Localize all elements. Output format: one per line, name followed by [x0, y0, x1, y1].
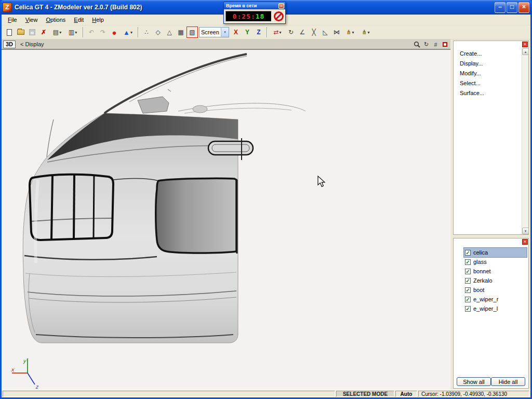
weld-tool-button[interactable]: ╳ — [308, 26, 320, 38]
active-view-icon[interactable] — [441, 41, 449, 48]
visibility-checkbox[interactable]: ✓ — [465, 287, 471, 293]
zoom-view-icon[interactable] — [413, 41, 421, 48]
viewport-header-icons: ↻ # — [413, 40, 449, 49]
menu-edit[interactable]: Edit — [70, 15, 88, 24]
status-mode[interactable]: SELECTED MODE — [336, 391, 394, 397]
viewport-3d-canvas[interactable]: y x z — [2, 50, 450, 390]
visibility-checkbox[interactable]: ✓ — [465, 250, 471, 256]
axis-y-button[interactable]: Y — [242, 26, 253, 38]
side-mirror — [138, 97, 169, 113]
maximize-button[interactable]: □ — [507, 2, 517, 13]
object-label: glass — [473, 259, 487, 265]
command-select[interactable]: Select... — [459, 79, 521, 87]
orbit-view-icon[interactable]: ↻ — [422, 41, 430, 48]
wireframe-mirror — [193, 105, 207, 113]
object-row-celica[interactable]: ✓ celica — [464, 248, 527, 257]
menu-help[interactable]: Help — [88, 15, 108, 24]
new-file-button[interactable] — [4, 26, 15, 38]
hide-all-button[interactable]: Hide all — [491, 377, 525, 386]
rotate-tool-button[interactable]: ↻ — [285, 26, 297, 38]
grid-view-icon[interactable]: # — [432, 41, 440, 48]
scroll-up-icon[interactable]: ▲ — [522, 48, 529, 55]
bones-tool-icon: ⋔ — [346, 29, 351, 36]
taillight-divider — [74, 175, 74, 238]
open-file-button[interactable] — [15, 26, 26, 38]
viewport-header: 3D < Display ↻ # — [2, 39, 450, 49]
vertices-mode-button[interactable]: ∴ — [141, 26, 152, 38]
dropdown-arrow-icon: ▾ — [59, 30, 61, 35]
undo-button[interactable]: ↶ — [86, 26, 97, 38]
popup-close-button[interactable]: × — [278, 3, 284, 9]
angle-tool-button[interactable]: ∠ — [297, 26, 308, 38]
scroll-down-icon[interactable]: ▼ — [522, 228, 529, 234]
triangulate-tool-button[interactable]: ◺ — [320, 26, 331, 38]
online-timer-popup: Время в сети × 0:25:18 — [223, 2, 286, 24]
menu-file[interactable]: File — [4, 15, 21, 24]
app-icon: Z — [3, 3, 12, 12]
mesh-mode-button[interactable]: ▦ — [175, 26, 187, 38]
minimize-icon: – — [498, 3, 502, 10]
disconnect-icon[interactable] — [274, 11, 284, 21]
edges-mode-button[interactable]: ◇ — [152, 26, 164, 38]
object-row-zerkalo[interactable]: ✓ Zerkalo — [464, 276, 527, 285]
object-row-boot[interactable]: ✓ boot — [464, 285, 527, 295]
object-row-e-wiper-r[interactable]: ✓ e_wiper_r — [464, 295, 527, 304]
close-button[interactable]: × — [518, 2, 529, 13]
skin-tool-button[interactable]: ⋔▾ — [358, 26, 374, 38]
copy-special-button[interactable]: ▥▾ — [65, 26, 81, 38]
command-create[interactable]: Create... — [459, 49, 521, 58]
create-primitive-button[interactable]: ▲▾ — [120, 26, 136, 38]
visibility-checkbox[interactable]: ✓ — [465, 269, 471, 274]
visibility-checkbox[interactable]: ✓ — [465, 306, 471, 312]
visibility-checkbox[interactable]: ✓ — [465, 278, 471, 284]
panel-close-button[interactable]: × — [522, 239, 528, 245]
bones-tool-button[interactable]: ⋔▾ — [342, 26, 358, 38]
popup-titlebar[interactable]: Время в сети × — [224, 2, 285, 9]
save-button[interactable] — [26, 26, 38, 38]
viewport-3d[interactable]: y x z — [2, 49, 450, 390]
menu-view[interactable]: View — [21, 15, 42, 24]
delete-button[interactable]: ✗ — [38, 26, 49, 38]
commands-scrollbar[interactable]: ▲ ▼ — [522, 48, 528, 234]
save-icon — [29, 29, 35, 35]
mirror-tool-button[interactable]: ⋈ — [331, 26, 342, 38]
command-modify[interactable]: Modify... — [459, 69, 521, 77]
axis-z-button[interactable]: Z — [253, 26, 264, 38]
mesh-mode-icon: ▦ — [178, 29, 183, 36]
screen-axis-select[interactable]: Screen ▼ — [199, 27, 229, 37]
status-empty-cell — [3, 391, 335, 397]
menu-options[interactable]: Options — [42, 15, 70, 24]
object-label: Zerkalo — [473, 277, 493, 284]
objects-mode-button[interactable]: ▧ — [187, 26, 198, 38]
command-display[interactable]: Display... — [459, 59, 521, 68]
new-file-icon — [7, 29, 12, 36]
toolbar-separator — [267, 27, 268, 37]
red-sphere-icon: ● — [112, 28, 116, 37]
polygons-mode-button[interactable]: △ — [164, 26, 175, 38]
material-editor-button[interactable]: ● — [109, 26, 120, 38]
dropdown-arrow-icon: ▾ — [280, 30, 282, 35]
car-model[interactable] — [23, 54, 305, 343]
paste-special-button[interactable]: ▤▾ — [49, 26, 65, 38]
status-auto[interactable]: Auto — [395, 391, 417, 397]
minimize-button[interactable]: – — [495, 2, 506, 13]
view-3d-tab[interactable]: 3D — [3, 41, 16, 48]
object-row-e-wiper-l[interactable]: ✓ e_wiper_l — [464, 304, 527, 313]
object-row-glass[interactable]: ✓ glass — [464, 257, 527, 267]
show-all-button[interactable]: Show all — [457, 377, 491, 386]
rotate-tool-icon: ↻ — [288, 29, 294, 36]
axis-gizmo: y x z — [11, 358, 39, 390]
objects-list: ✓ celica ✓ glass ✓ bonnet ✓ Zerkalo ✓ — [454, 238, 528, 313]
object-row-bonnet[interactable]: ✓ bonnet — [464, 267, 527, 276]
visibility-checkbox[interactable]: ✓ — [465, 259, 471, 265]
visibility-checkbox[interactable]: ✓ — [465, 297, 471, 302]
paste-icon: ▤ — [53, 29, 59, 36]
panel-close-button[interactable]: × — [522, 42, 528, 47]
axis-x-button[interactable]: X — [230, 26, 242, 38]
roof-pillar-inner — [129, 56, 247, 102]
redo-button[interactable]: ↷ — [97, 26, 109, 38]
command-surface[interactable]: Surface... — [459, 89, 521, 97]
breadcrumb[interactable]: < Display — [20, 39, 44, 49]
trim-outline — [208, 141, 253, 155]
translate-tool-button[interactable]: ⇄▾ — [270, 26, 285, 38]
